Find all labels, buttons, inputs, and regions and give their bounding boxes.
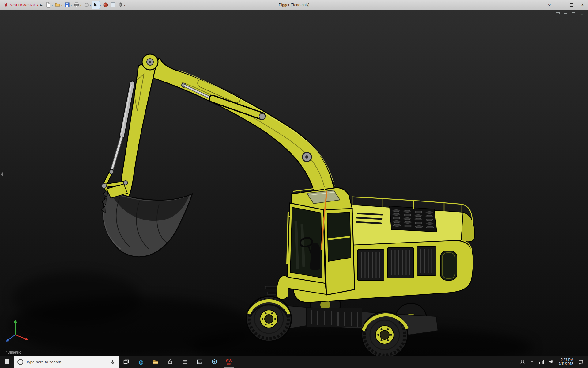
task-view-button[interactable] [119,356,134,368]
doc-restore-button[interactable] [571,12,576,16]
microphone-icon[interactable] [110,359,115,365]
taskbar-app-store[interactable] [163,356,178,368]
new-document-button[interactable] [44,1,52,9]
photos-icon [197,359,203,365]
orientation-label: *Dimetric [6,350,21,355]
mail-icon [182,359,188,365]
chevron-up-icon [530,359,534,364]
quick-toolbar: ▾ ▾ ▾ ▾ ▾ ▾ [44,1,126,9]
network-icon [539,359,544,365]
start-button[interactable] [0,356,14,368]
print-caret[interactable]: ▾ [80,4,81,6]
volume-icon [548,359,554,365]
window-title: Digger [Read-only] [279,0,309,10]
gear-icon [118,2,123,8]
close-button[interactable]: × [577,0,588,10]
store-bag-icon [167,359,173,365]
options-caret[interactable]: ▾ [124,4,125,6]
file-explorer-icon [152,359,159,365]
network-button[interactable] [537,356,546,368]
select-caret[interactable]: ▾ [100,4,101,6]
people-button[interactable] [518,356,527,368]
select-cursor-icon [93,2,99,8]
volume-button[interactable] [546,356,556,368]
windows-logo-icon [5,359,9,364]
side-grilles [358,247,436,280]
undo-caret[interactable]: ▾ [90,4,91,6]
rear-side-window [440,251,457,280]
taskbar-app-mail[interactable] [178,356,192,368]
seat [310,243,320,270]
new-document-icon [45,2,51,8]
menu-expand-icon[interactable]: ▶ [40,3,43,7]
task-view-icon [123,359,129,365]
taskbar-app-file-explorer[interactable] [148,356,163,368]
report-button[interactable] [109,1,117,9]
maximize-button[interactable] [566,0,577,10]
search-placeholder: Type here to search [26,360,107,364]
action-center-button[interactable] [576,356,586,368]
save-icon [64,2,70,8]
select-tool-button[interactable] [92,1,100,9]
taskbar: Type here to search e [0,356,588,368]
taskbar-app-edge[interactable]: e [134,356,148,368]
clock-time: 2:27 PM [559,358,573,362]
appearances-button[interactable] [102,1,109,9]
taskbar-clock[interactable]: 2:27 PM 7/11/2018 [556,358,576,366]
options-button[interactable] [117,1,124,9]
solidworks-logo: SOLIDWORKS [2,2,38,8]
edge-icon: e [139,358,143,366]
taskbar-app-photos[interactable] [192,356,207,368]
save-caret[interactable]: ▾ [71,4,72,6]
appearance-ball-icon [103,2,108,8]
report-icon [110,2,116,8]
front-wheel[interactable] [247,297,291,341]
people-icon [520,359,525,365]
taskbar-app-solidworks[interactable]: SW 2017 [222,356,236,368]
show-desktop-button[interactable] [586,356,588,368]
action-center-icon [578,359,584,365]
new-caret[interactable]: ▾ [52,4,53,6]
save-button[interactable] [63,1,71,9]
doc-restore-icon [572,12,575,15]
3d-cube-icon [211,359,217,365]
taskbar-app-3d-viewer[interactable] [207,356,222,368]
new-window-icon [556,12,559,15]
brand-text: SOLIDWORKS [10,3,38,7]
maximize-icon [570,3,573,7]
doc-close-button[interactable]: × [580,12,584,16]
search-box[interactable]: Type here to search [14,356,119,368]
doc-new-window-button[interactable] [555,12,560,16]
clock-date: 7/11/2018 [559,362,573,366]
window-controls: ? × [544,0,588,10]
cortana-icon [17,359,23,365]
hidden-icons-button[interactable] [527,356,537,368]
help-button[interactable]: ? [544,0,555,10]
open-button[interactable] [54,1,61,9]
undo-icon [83,2,89,8]
print-button[interactable] [73,1,80,9]
print-icon [74,2,79,8]
graphics-viewport[interactable]: × [0,10,588,356]
document-window-controls: × [555,12,584,16]
solidworks-icon: SW 2017 [226,359,232,365]
open-folder-icon [55,2,60,8]
open-caret[interactable]: ▾ [61,4,62,6]
titlebar: SOLIDWORKS ▶ ▾ ▾ ▾ ▾ [0,0,588,10]
doc-minimize-button[interactable] [563,12,568,16]
panel-collapse-arrow[interactable] [1,172,3,176]
minimize-icon [559,5,562,5]
viewport-canvas[interactable] [0,10,588,356]
doc-minimize-icon [564,13,567,14]
minimize-button[interactable] [555,0,566,10]
ds-logo-icon [2,2,9,8]
engine-grille [390,206,437,232]
undo-button[interactable] [82,1,90,9]
